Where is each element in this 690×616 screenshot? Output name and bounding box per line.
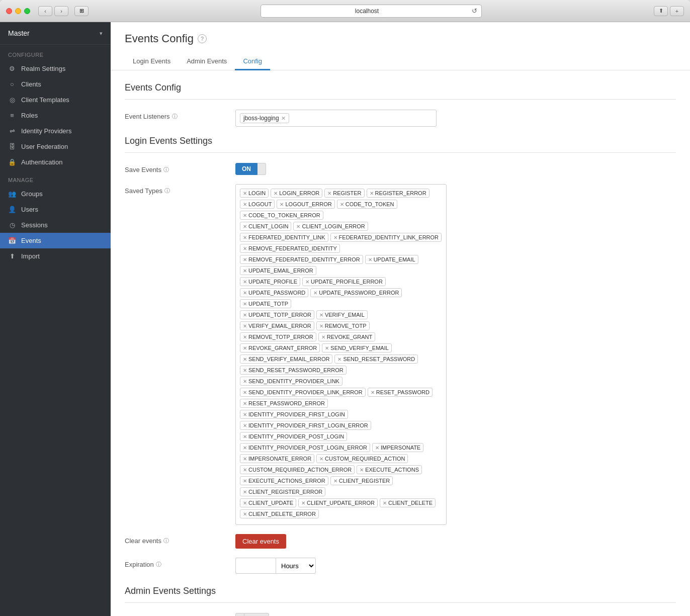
sidebar-item-label: Events xyxy=(21,237,41,244)
clear-events-help-icon[interactable]: ⓘ xyxy=(163,537,169,545)
tag-remove-icon[interactable]: ✕ xyxy=(281,115,286,122)
expiration-number-input[interactable] xyxy=(235,558,276,574)
tab-admin-events[interactable]: Admin Events xyxy=(179,53,235,70)
back-button[interactable]: ‹ xyxy=(38,6,52,16)
sidebar-item-realm-settings[interactable]: ⚙ Realm Settings xyxy=(0,61,111,76)
type-tag-remove[interactable]: ✕ xyxy=(243,478,247,484)
type-tag-remove[interactable]: ✕ xyxy=(243,246,247,251)
forward-button[interactable]: › xyxy=(54,6,68,16)
new-tab-button[interactable]: + xyxy=(670,6,684,16)
type-tag-remove[interactable]: ✕ xyxy=(319,456,323,462)
sidebar-item-authentication[interactable]: 🔒 Authentication xyxy=(0,154,111,170)
sidebar-item-users[interactable]: 👤 Users xyxy=(0,202,111,217)
type-tag-remove[interactable]: ✕ xyxy=(243,412,247,417)
type-tag-remove[interactable]: ✕ xyxy=(243,345,247,351)
type-tag-remove[interactable]: ✕ xyxy=(243,235,247,240)
address-bar[interactable]: localhost ↺ xyxy=(261,5,482,18)
type-tag-remove[interactable]: ✕ xyxy=(243,357,247,362)
type-tag-remove[interactable]: ✕ xyxy=(243,445,247,451)
type-tag-remove[interactable]: ✕ xyxy=(319,312,323,318)
toggle-on-button[interactable]: ON xyxy=(235,163,257,175)
saved-types-help-icon[interactable]: ⓘ xyxy=(164,187,170,195)
type-tag-remove[interactable]: ✕ xyxy=(383,500,387,506)
save-events-toggle[interactable]: ON xyxy=(235,163,676,175)
type-tag-remove[interactable]: ✕ xyxy=(321,334,325,340)
type-tag-remove[interactable]: ✕ xyxy=(243,312,247,318)
type-tag-remove[interactable]: ✕ xyxy=(325,345,329,351)
clear-events-button[interactable]: Clear events xyxy=(235,534,286,549)
type-tag-remove[interactable]: ✕ xyxy=(243,290,247,296)
type-tag-remove[interactable]: ✕ xyxy=(375,445,379,451)
sidebar-item-clients[interactable]: ○ Clients xyxy=(0,76,111,92)
type-tag-remove[interactable]: ✕ xyxy=(243,511,247,517)
type-tag-remove[interactable]: ✕ xyxy=(243,456,247,462)
sidebar-item-identity-providers[interactable]: ⇌ Identity Providers xyxy=(0,123,111,139)
type-tag-remove[interactable]: ✕ xyxy=(301,500,305,506)
save-events-help-icon[interactable]: ⓘ xyxy=(163,166,169,173)
tab-login-events[interactable]: Login Events xyxy=(125,53,179,70)
sidebar-item-label: Clients xyxy=(21,80,41,88)
type-tag-remove[interactable]: ✕ xyxy=(360,467,364,473)
sidebar-item-client-templates[interactable]: ◎ Client Templates xyxy=(0,92,111,108)
type-tag-remove[interactable]: ✕ xyxy=(243,467,247,473)
type-tag-remove[interactable]: ✕ xyxy=(296,224,300,229)
type-tag-remove[interactable]: ✕ xyxy=(327,191,331,196)
minimize-button[interactable] xyxy=(15,8,21,14)
type-tag-remove[interactable]: ✕ xyxy=(243,500,247,506)
event-listeners-help-icon[interactable]: ⓘ xyxy=(172,113,178,120)
expiration-unit-select[interactable]: Hours Days Minutes xyxy=(276,558,316,574)
type-tag-remove[interactable]: ✕ xyxy=(305,279,309,285)
type-tag-remove[interactable]: ✕ xyxy=(243,401,247,406)
share-button[interactable]: ⬆ xyxy=(654,6,668,16)
type-tag-remove[interactable]: ✕ xyxy=(274,191,278,196)
type-tag-remove[interactable]: ✕ xyxy=(243,434,247,439)
type-tag-remove[interactable]: ✕ xyxy=(337,357,341,362)
sidebar-item-groups[interactable]: 👥 Groups xyxy=(0,186,111,202)
type-tag-remove[interactable]: ✕ xyxy=(243,257,247,262)
type-tag-remove[interactable]: ✕ xyxy=(243,301,247,307)
help-icon[interactable]: ? xyxy=(198,34,207,43)
expiration-help-icon[interactable]: ⓘ xyxy=(156,561,161,568)
type-tag-remove[interactable]: ✕ xyxy=(371,390,375,395)
type-tag: ✕ UPDATE_TOTP xyxy=(240,299,291,308)
type-tag-remove[interactable]: ✕ xyxy=(243,368,247,373)
sidebar-item-events[interactable]: 📅 Events xyxy=(0,233,111,248)
clear-events-label: Clear events ⓘ xyxy=(125,534,235,545)
type-tag-remove[interactable]: ✕ xyxy=(333,235,337,240)
saved-types-container: ✕ LOGIN✕ LOGIN_ERROR✕ REGISTER✕ REGISTER… xyxy=(235,184,447,525)
sidebar-item-roles[interactable]: ≡ Roles xyxy=(0,108,111,123)
event-listeners-input[interactable]: jboss-logging ✕ xyxy=(235,110,437,127)
admin-toggle-off-label[interactable]: OFF xyxy=(244,613,269,616)
refresh-icon[interactable]: ↺ xyxy=(472,7,477,15)
maximize-button[interactable] xyxy=(24,8,30,14)
sidebar-item-import[interactable]: ⬆ Import xyxy=(0,248,111,264)
type-tag-remove[interactable]: ✕ xyxy=(243,423,247,428)
sidebar-item-sessions[interactable]: ◷ Sessions xyxy=(0,217,111,233)
type-tag-remove[interactable]: ✕ xyxy=(280,202,284,207)
type-tag-remove[interactable]: ✕ xyxy=(243,390,247,395)
type-tag-remove[interactable]: ✕ xyxy=(243,379,247,384)
type-tag-remove[interactable]: ✕ xyxy=(368,257,372,262)
admin-toggle-inactive-side[interactable] xyxy=(235,613,244,616)
toggle-off-side[interactable] xyxy=(257,163,266,175)
type-tag-remove[interactable]: ✕ xyxy=(243,224,247,229)
sidebar-header[interactable]: Master ▾ xyxy=(0,22,111,45)
type-tag-remove[interactable]: ✕ xyxy=(243,323,247,329)
type-tag-remove[interactable]: ✕ xyxy=(333,478,337,484)
close-button[interactable] xyxy=(6,8,12,14)
admin-save-events-toggle[interactable]: OFF xyxy=(235,613,676,616)
type-tag-remove[interactable]: ✕ xyxy=(313,290,317,296)
type-tag-remove[interactable]: ✕ xyxy=(243,213,247,218)
tab-config[interactable]: Config xyxy=(235,53,270,70)
type-tag-remove[interactable]: ✕ xyxy=(319,323,323,329)
type-tag-remove[interactable]: ✕ xyxy=(370,191,374,196)
sidebar-item-user-federation[interactable]: 🗄 User Federation xyxy=(0,139,111,154)
type-tag-remove[interactable]: ✕ xyxy=(243,202,247,207)
type-tag-remove[interactable]: ✕ xyxy=(243,268,247,274)
type-tag-remove[interactable]: ✕ xyxy=(243,279,247,285)
type-tag-remove[interactable]: ✕ xyxy=(243,489,247,495)
type-tag-remove[interactable]: ✕ xyxy=(340,202,344,207)
type-tag-remove[interactable]: ✕ xyxy=(243,191,247,196)
view-button[interactable]: ⊞ xyxy=(74,6,89,16)
type-tag-remove[interactable]: ✕ xyxy=(243,334,247,340)
